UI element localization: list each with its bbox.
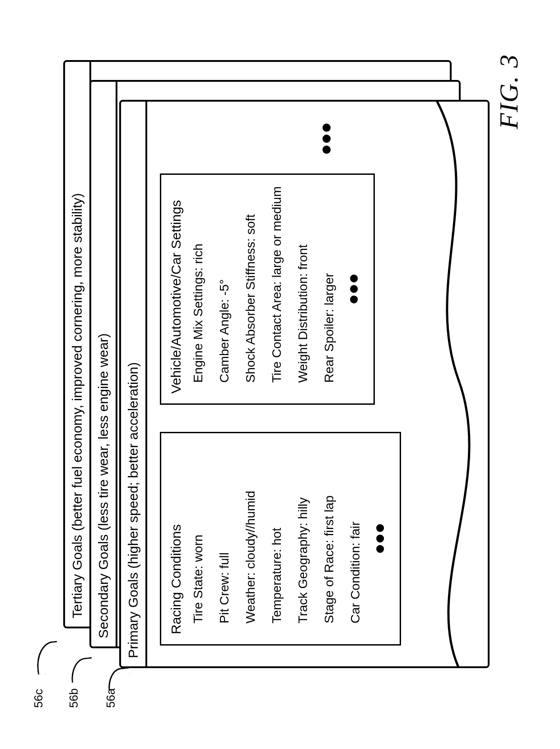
setting-item: Rear Spoiler: larger [323, 185, 336, 383]
panel-racing-conditions: Racing Conditions Tire State: worn Pit C… [160, 432, 401, 646]
ellipsis-icon: ●●● [315, 122, 336, 155]
setting-item: Weight Distribution: front [297, 185, 309, 383]
setting-item: Camber Angle: -5° [218, 185, 231, 383]
cond-item: Pit Crew: full [218, 443, 231, 623]
cond-item: Weather: cloudy//humid [244, 443, 257, 623]
setting-item: Shock Absorber Stiffness: soft [244, 185, 257, 383]
card-tertiary-title: Tertiary Goals (better fuel economy, imp… [65, 62, 91, 627]
panel-vehicle-settings: Vehicle/Automotive/Car Settings Engine M… [160, 173, 375, 405]
ellipsis-icon: ●●● [344, 185, 362, 393]
card-secondary-title: Secondary Goals (less tire wear, less en… [91, 82, 117, 646]
cond-item: Track Geography: hilly [297, 443, 309, 623]
ref-56c: 56c [32, 689, 46, 708]
panel-conditions-heading: Racing Conditions [169, 443, 183, 634]
ref-56b: 56b [67, 688, 81, 708]
leader-56a [107, 667, 131, 691]
panel-settings-heading: Vehicle/Automotive/Car Settings [169, 185, 183, 393]
ref-56a: 56a [104, 688, 118, 708]
cond-item: Stage of Race: first lap [323, 443, 336, 623]
setting-item: Engine Mix Settings: rich [192, 185, 205, 383]
primary-body: Racing Conditions Tire State: worn Pit C… [147, 102, 487, 666]
card-stack: Tertiary Goals (better fuel economy, imp… [63, 58, 479, 668]
leader-56c [34, 641, 60, 675]
figure-label: FIG. 3 [494, 54, 524, 129]
card-primary-title: Primary Goals (higher speed; better acce… [121, 102, 147, 666]
diagram-stage: 56c 56b 56a Tertiary Goals (better fuel … [32, 36, 528, 713]
cond-item: Car Condition: fair [349, 443, 362, 623]
cond-item: Temperature: hot [271, 443, 283, 623]
ellipsis-icon: ●●● [370, 443, 388, 634]
setting-item: Tire Contact Area: large or medium [271, 185, 283, 383]
cond-item: Tire State: worn [192, 443, 205, 623]
card-primary: Primary Goals (higher speed; better acce… [119, 100, 490, 668]
